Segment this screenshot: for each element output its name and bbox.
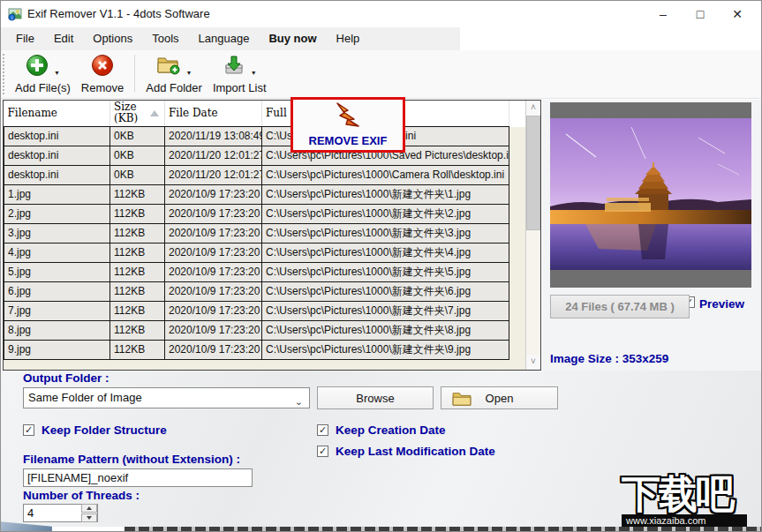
table-row[interactable]: 5.jpg 112KB 2020/10/9 17:23:20 C:\Users\…	[4, 262, 509, 281]
table-row[interactable]: 3.jpg 112KB 2020/10/9 17:23:20 C:\Users\…	[4, 223, 509, 243]
file-list: Filename Size (KB) File Date Full File P…	[3, 100, 541, 371]
table-row[interactable]: 6.jpg 112KB 2020/10/9 17:23:20 C:\Users\…	[4, 281, 509, 301]
cell-filename: 3.jpg	[4, 223, 110, 243]
column-header-size[interactable]: Size (KB)	[110, 101, 165, 126]
menu-language[interactable]: Language	[189, 27, 260, 50]
keep-last-modification-date-box[interactable]	[317, 446, 328, 457]
column-header-file-date[interactable]: File Date	[165, 101, 262, 126]
cell-size: 112KB	[110, 184, 165, 204]
menu-help[interactable]: Help	[327, 27, 370, 50]
title-bar: i Exif Remover V1.1 - 4dots Software – □…	[1, 1, 761, 27]
cell-date: 2020/10/9 17:23:20	[165, 301, 262, 320]
chevron-down-icon: ⌄	[295, 392, 303, 411]
import-box-icon	[223, 54, 245, 80]
remove-button[interactable]: Remove	[76, 53, 129, 96]
threads-stepper[interactable]	[23, 504, 98, 522]
table-row[interactable]: desktop.ini 0KB 2020/11/20 12:01:27 C:\U…	[4, 165, 509, 184]
vertical-scrollbar[interactable]: ˄ ˅	[525, 101, 540, 370]
menu-buy-now[interactable]: Buy now	[259, 27, 326, 50]
cell-date: 2020/11/20 12:01:27	[165, 165, 262, 184]
maximize-button[interactable]: □	[682, 1, 719, 27]
scrollbar-thumb[interactable]	[526, 116, 540, 230]
cell-size: 112KB	[110, 281, 165, 301]
files-summary-box: 24 Files ( 67.74 MB )	[550, 295, 690, 318]
import-list-button[interactable]: ▼ Import List	[207, 53, 272, 96]
add-folder-button[interactable]: ▼ Add Folder	[140, 53, 207, 96]
file-table-body: desktop.ini 0KB 2020/11/19 13:08:49 C:\U…	[4, 126, 509, 359]
app-window: i Exif Remover V1.1 - 4dots Software – □…	[0, 0, 762, 532]
cell-path: C:\Users\pc\Pictures\1000\新建文件夹\5.jpg	[262, 262, 509, 281]
cell-size: 0KB	[110, 165, 165, 184]
watermark-logo-text: 下载吧	[622, 474, 758, 514]
preview-image	[550, 118, 751, 270]
watermark-site-url: www.xiazaiba.com	[622, 514, 747, 527]
open-button-label: Open	[486, 392, 514, 405]
keep-last-modification-date-checkbox[interactable]: Keep Last Modification Date	[317, 445, 495, 458]
table-row[interactable]: 9.jpg 112KB 2020/10/9 17:23:20 C:\Users\…	[4, 340, 509, 359]
close-button[interactable]: ✕	[719, 1, 756, 27]
preview-label[interactable]: Preview	[699, 297, 744, 311]
cell-filename: 7.jpg	[4, 301, 110, 320]
add-files-dropdown-icon[interactable]: ▼	[54, 70, 60, 76]
cell-size: 112KB	[110, 223, 165, 243]
keep-last-modification-date-label: Keep Last Modification Date	[336, 445, 495, 458]
table-row[interactable]: 2.jpg 112KB 2020/10/9 17:23:20 C:\Users\…	[4, 204, 509, 223]
cell-path: C:\Users\pc\Pictures\1000\新建文件夹\6.jpg	[262, 281, 509, 301]
keep-creation-date-checkbox[interactable]: Keep Creation Date	[317, 423, 446, 437]
table-row[interactable]: 4.jpg 112KB 2020/10/9 17:23:20 C:\Users\…	[4, 243, 509, 262]
file-table: Filename Size (KB) File Date Full File P…	[4, 101, 509, 360]
menu-tools[interactable]: Tools	[142, 27, 188, 50]
watermark: 下载吧 www.xiazaiba.com	[622, 474, 758, 527]
table-row[interactable]: 8.jpg 112KB 2020/10/9 17:23:20 C:\Users\…	[4, 320, 509, 340]
import-list-dropdown-icon[interactable]: ▼	[251, 70, 257, 76]
menu-options[interactable]: Options	[83, 27, 142, 50]
remove-circle-icon	[91, 54, 114, 80]
preview-image-frame	[550, 102, 751, 288]
browse-button[interactable]: Browse	[317, 386, 434, 409]
cell-filename: 8.jpg	[4, 320, 110, 340]
table-row[interactable]: 1.jpg 112KB 2020/10/9 17:23:20 C:\Users\…	[4, 184, 509, 204]
window-title: Exif Remover V1.1 - 4dots Software	[27, 1, 210, 27]
cell-date: 2020/10/9 17:23:20	[165, 262, 262, 281]
keep-folder-structure-checkbox[interactable]: Keep Folder Structure	[23, 423, 167, 437]
menu-edit[interactable]: Edit	[44, 27, 83, 50]
cell-path: C:\Users\pc\Pictures\1000\新建文件夹\7.jpg	[262, 301, 509, 320]
cell-path: C:\Users\pc\Pictures\1000\新建文件夹\3.jpg	[262, 223, 509, 243]
remove-exif-button[interactable]: REMOVE EXIF	[290, 97, 405, 153]
cell-path: C:\Users\pc\Pictures\1000\新建文件夹\4.jpg	[262, 243, 509, 262]
table-row[interactable]: desktop.ini 0KB 2020/11/19 13:08:49 C:\U…	[4, 126, 509, 146]
open-button[interactable]: Open	[441, 386, 558, 409]
cell-date: 2020/11/19 13:08:49	[165, 126, 262, 146]
cell-date: 2020/10/9 17:23:20	[165, 320, 262, 340]
column-header-filename[interactable]: Filename	[4, 101, 110, 126]
stepper-down-icon[interactable]	[81, 513, 97, 522]
minimize-button[interactable]: –	[645, 1, 682, 27]
table-header-row: Filename Size (KB) File Date Full File P…	[4, 101, 509, 126]
stepper-up-icon[interactable]	[81, 504, 97, 513]
cell-filename: desktop.ini	[4, 126, 110, 146]
add-folder-dropdown-icon[interactable]: ▼	[186, 70, 192, 76]
app-icon: i	[8, 7, 22, 21]
toolbar-grip-handle[interactable]	[3, 54, 6, 94]
menu-file[interactable]: File	[6, 27, 44, 50]
table-row[interactable]: desktop.ini 0KB 2020/11/20 12:01:27 C:\U…	[4, 146, 509, 165]
remove-exif-label: REMOVE EXIF	[309, 134, 388, 147]
table-row[interactable]: 7.jpg 112KB 2020/10/9 17:23:20 C:\Users\…	[4, 301, 509, 320]
add-folder-label: Add Folder	[146, 81, 202, 94]
keep-creation-date-box[interactable]	[317, 424, 328, 436]
add-files-button[interactable]: ▼ Add File(s)	[10, 53, 76, 96]
svg-text:i: i	[11, 15, 12, 20]
folder-icon	[452, 391, 472, 409]
filename-pattern-label: Filename Pattern (without Extension) :	[23, 453, 240, 466]
threads-input[interactable]	[24, 505, 79, 521]
output-folder-value: Same Folder of Image	[28, 391, 142, 404]
menu-bar: File Edit Options Tools Language Buy now…	[1, 27, 761, 50]
output-folder-select[interactable]: Same Folder of Image ⌄	[23, 387, 310, 408]
scroll-down-icon[interactable]: ˅	[526, 355, 540, 370]
keep-folder-structure-box[interactable]	[23, 424, 34, 436]
filename-pattern-input[interactable]	[23, 468, 253, 487]
cell-date: 2020/10/9 17:23:20	[165, 184, 262, 204]
scroll-up-icon[interactable]: ˄	[526, 101, 540, 116]
cell-filename: 9.jpg	[4, 340, 110, 359]
cell-filename: 1.jpg	[4, 184, 110, 204]
